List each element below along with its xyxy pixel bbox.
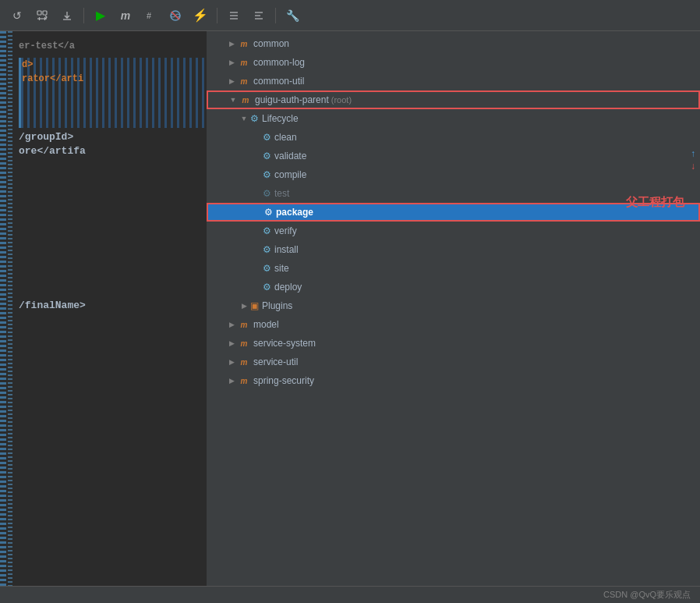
gear-icon-clean: ⚙	[263, 132, 271, 143]
run-icon[interactable]: ▶	[90, 5, 111, 27]
module-icon-guigu	[239, 94, 252, 106]
maven-refresh-icon[interactable]	[31, 5, 53, 27]
tree-item-site[interactable]: ⚙ site	[207, 259, 700, 278]
tree-item-model[interactable]: model	[207, 315, 700, 334]
tree-item-plugins[interactable]: ▣ Plugins	[207, 296, 700, 315]
show-phases-icon[interactable]	[248, 5, 270, 27]
label-guigu-auth-parent: guigu-auth-parent (root)	[255, 94, 352, 105]
gear-icon-validate: ⚙	[263, 151, 271, 161]
separator-2	[217, 8, 217, 23]
collapse-arrow-common[interactable]	[225, 37, 238, 50]
module-icon-service-util	[238, 356, 250, 368]
collapse-arrow-spring-security[interactable]	[225, 374, 238, 387]
collapse-arrow-lifecycle[interactable]	[238, 112, 250, 125]
tree-item-guigu-auth-parent[interactable]: guigu-auth-parent (root)	[207, 90, 700, 109]
collapse-arrow-plugins[interactable]	[238, 300, 250, 312]
maven-tree[interactable]: common common-log common-util guigu-auth…	[207, 31, 700, 586]
tree-item-common[interactable]: common	[207, 34, 700, 53]
module-icon-common-util	[238, 75, 250, 87]
module-icon-service-system	[238, 337, 250, 349]
label-verify: verify	[274, 225, 297, 236]
maven-run-icon[interactable]: m	[115, 5, 136, 27]
module-icon-model	[238, 318, 250, 331]
status-text: CSDN @QvQ要乐观点	[603, 589, 691, 601]
show-lifecycle-icon[interactable]	[223, 5, 245, 27]
module-icon-common	[238, 37, 250, 50]
tree-item-install[interactable]: ⚙ install	[207, 240, 700, 259]
collapse-arrow-service-util[interactable]	[225, 356, 238, 368]
label-compile: compile	[274, 169, 306, 180]
lifecycle-icon: ⚙	[250, 113, 259, 124]
gear-icon-verify: ⚙	[263, 225, 271, 236]
download-sources-icon[interactable]	[56, 5, 78, 27]
label-service-util: service-util	[253, 356, 298, 367]
label-clean: clean	[274, 132, 297, 143]
label-model: model	[253, 319, 279, 330]
tree-item-deploy[interactable]: ⚙ deploy	[207, 278, 700, 296]
editor-line-groupid: /groupId>	[19, 131, 207, 145]
scroll-down-icon[interactable]: ↓	[691, 161, 695, 172]
tree-item-common-log[interactable]: common-log	[207, 53, 700, 72]
collapse-arrow-model[interactable]	[225, 318, 238, 331]
label-lifecycle: Lifecycle	[262, 113, 299, 124]
toggle-offline-icon[interactable]	[164, 5, 186, 27]
tree-item-validate[interactable]: ⚙ validate	[207, 147, 700, 165]
separator-3	[275, 8, 276, 23]
editor-line-finalname: /finalName>	[19, 300, 207, 314]
label-site: site	[274, 263, 289, 274]
tree-item-lifecycle[interactable]: ⚙ Lifecycle	[207, 109, 700, 128]
gear-icon-test: ⚙	[263, 188, 271, 199]
plugins-icon: ▣	[250, 300, 259, 311]
label-common-util: common-util	[253, 76, 304, 87]
tree-item-service-util[interactable]: service-util	[207, 353, 700, 371]
collapse-arrow-common-util[interactable]	[225, 75, 238, 87]
label-service-system: service-system	[253, 338, 316, 349]
bolt-icon[interactable]: ⚡	[189, 5, 211, 27]
editor-line-3: rator</arti	[22, 73, 203, 87]
gear-icon-compile: ⚙	[263, 169, 271, 180]
tree-item-clean[interactable]: ⚙ clean	[207, 128, 700, 147]
editor-panel: er-test</a d> rator</arti /groupId> ore<…	[0, 31, 207, 586]
label-validate: validate	[274, 151, 306, 161]
collapse-arrow-guigu[interactable]	[227, 94, 239, 106]
scroll-controls: ↑ ↓	[686, 148, 700, 172]
editor-line-1: er-test</a	[19, 41, 207, 55]
main-area: er-test</a d> rator</arti /groupId> ore<…	[0, 31, 700, 586]
tree-item-verify[interactable]: ⚙ verify	[207, 222, 700, 240]
svg-rect-0	[37, 11, 41, 15]
refresh-icon[interactable]: ↺	[6, 5, 28, 27]
svg-text:#: #	[147, 11, 152, 20]
label-install: install	[274, 244, 299, 255]
label-spring-security: spring-security	[253, 375, 314, 386]
maven-panel: common common-log common-util guigu-auth…	[207, 31, 700, 586]
collapse-arrow-common-log[interactable]	[225, 56, 238, 69]
status-bar: CSDN @QvQ要乐观点	[0, 586, 700, 603]
editor-line-4	[22, 87, 203, 101]
label-deploy: deploy	[274, 282, 302, 293]
editor-line-5	[22, 101, 203, 115]
separator-1	[83, 8, 84, 23]
label-package: package	[276, 207, 313, 218]
label-common-log: common-log	[253, 57, 305, 68]
tree-item-spring-security[interactable]: spring-security	[207, 371, 700, 390]
settings-wrench-icon[interactable]: 🔧	[281, 5, 303, 27]
gear-icon-install: ⚙	[263, 244, 271, 255]
annotation-text: 父工程打包	[626, 195, 684, 210]
label-plugins: Plugins	[262, 300, 292, 311]
toolbar: ↺ ▶ m # ⚡	[0, 0, 700, 31]
label-test: test	[274, 188, 289, 199]
svg-rect-1	[43, 11, 47, 15]
gear-icon-deploy: ⚙	[263, 282, 271, 293]
collapse-arrow-service-system[interactable]	[225, 337, 238, 349]
label-common: common	[253, 38, 289, 49]
module-icon-common-log	[238, 56, 250, 69]
editor-line-artifactid: ore</artifa	[19, 145, 207, 159]
gear-icon-site: ⚙	[263, 263, 271, 274]
scroll-up-icon[interactable]: ↑	[691, 148, 695, 159]
tree-item-common-util[interactable]: common-util	[207, 72, 700, 90]
tree-item-service-system[interactable]: service-system	[207, 334, 700, 353]
skip-tests-icon[interactable]: #	[140, 5, 161, 27]
editor-line-2: d>	[22, 59, 203, 73]
tree-item-compile[interactable]: ⚙ compile	[207, 165, 700, 184]
gear-icon-package: ⚙	[264, 207, 273, 218]
